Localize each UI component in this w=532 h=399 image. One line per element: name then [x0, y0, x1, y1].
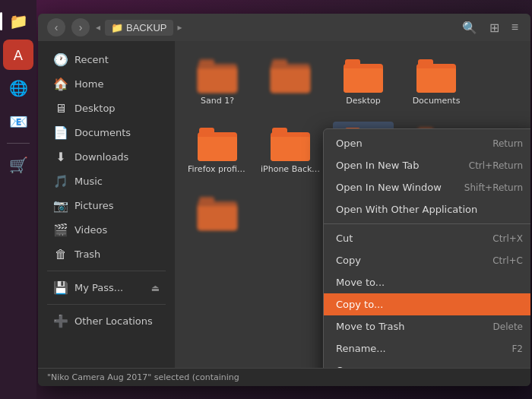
desktop: 📁 A 🌐 📧 🛒 ‹ › ◂ 📁 BACKUP ▸	[0, 0, 532, 399]
sidebar-item-trash[interactable]: 🗑 Trash	[41, 242, 172, 266]
menu-label-copy-to: Copy to...	[336, 299, 383, 310]
mypass-left: 💾 My Pass...	[53, 280, 123, 295]
menu-item-open[interactable]: Open Return	[324, 132, 530, 154]
sidebar-label-mypass: My Pass...	[74, 282, 123, 293]
menu-label-open-other: Open With Other Application	[336, 204, 477, 215]
menu-separator-1	[324, 223, 530, 224]
folder-icon-small: 📁	[111, 22, 123, 33]
menu-label-rename: Rename...	[336, 343, 386, 354]
file-item-blurred8[interactable]	[187, 191, 248, 236]
sidebar-item-recent[interactable]: 🕐 Recent	[41, 48, 172, 71]
taskbar-icon-app1[interactable]: A	[3, 40, 33, 70]
taskbar-icon-app2[interactable]: 🌐	[3, 73, 33, 103]
status-text: "Niko Camera Aug 2017" selected (contain…	[47, 372, 239, 382]
menu-label-open: Open	[336, 138, 363, 149]
file-area: Sand 1?	[175, 41, 530, 368]
file-item-firefox[interactable]: Firefox profile backup o...	[187, 122, 248, 178]
menu-label-move-trash: Move to Trash	[336, 321, 405, 332]
home-icon: 🏠	[53, 77, 68, 91]
trash-icon: 🗑	[53, 247, 68, 261]
taskbar-icon-store[interactable]: 🛒	[3, 150, 33, 180]
file-label-documents: Documents	[413, 96, 461, 106]
file-item-documents[interactable]: Documents	[406, 53, 467, 109]
menu-label-compress: Compress...	[336, 365, 394, 368]
menu-label-copy: Copy	[336, 255, 361, 266]
mypass-icon: 💾	[53, 280, 68, 295]
sidebar-item-mypass[interactable]: 💾 My Pass... ⏏	[41, 276, 172, 299]
sidebar-item-videos[interactable]: 🎬 Videos	[41, 218, 172, 242]
file-label-firefox: Firefox profile backup o...	[188, 164, 247, 175]
recent-icon: 🕐	[53, 52, 68, 67]
sidebar-item-pictures[interactable]: 📷 Pictures	[41, 194, 172, 217]
taskbar-divider	[7, 143, 30, 144]
menu-shortcut-copy: Ctrl+C	[492, 255, 523, 266]
desktop-icon: 🖥	[53, 101, 68, 116]
file-item-iphone[interactable]: iPhone Backups	[260, 122, 321, 178]
sidebar-divider-2	[47, 304, 166, 305]
menu-button[interactable]: ≡	[508, 19, 521, 36]
folder-icon-blurred2	[269, 56, 312, 93]
status-bar: "Niko Camera Aug 2017" selected (contain…	[38, 368, 530, 386]
music-icon: 🎵	[53, 174, 68, 188]
sidebar-label-videos: Videos	[74, 224, 107, 236]
menu-label-open-window: Open In New Window	[336, 182, 442, 193]
menu-shortcut-open: Return	[492, 138, 523, 149]
menu-label-move-to: Move to...	[336, 277, 385, 288]
taskbar-icon-app3[interactable]: 📧	[3, 106, 33, 137]
sidebar-item-desktop[interactable]: 🖥 Desktop	[41, 97, 172, 120]
sidebar-item-downloads[interactable]: ⬇ Downloads	[41, 145, 172, 169]
sidebar-item-other[interactable]: ➕ Other Locations	[41, 309, 172, 333]
breadcrumb-label: BACKUP	[126, 22, 166, 33]
view-toggle-button[interactable]: ⊞	[486, 19, 502, 36]
menu-shortcut-move-trash: Delete	[493, 321, 523, 332]
folder-icon-documents	[415, 56, 458, 93]
sidebar-label-pictures: Pictures	[74, 200, 113, 211]
breadcrumb-area: ◂ 📁 BACKUP ▸	[96, 20, 453, 36]
menu-item-rename[interactable]: Rename... F2	[324, 337, 530, 359]
taskbar: 📁 A 🌐 📧 🛒	[0, 0, 36, 399]
menu-item-open-other[interactable]: Open With Other Application	[324, 198, 530, 220]
eject-button[interactable]: ⏏	[151, 283, 160, 293]
sidebar-label-home: Home	[74, 78, 103, 90]
menu-item-cut[interactable]: Cut Ctrl+X	[324, 227, 530, 249]
context-menu: Open Return Open In New Tab Ctrl+Return …	[323, 128, 530, 368]
sidebar-label-downloads: Downloads	[74, 151, 128, 163]
sidebar-divider-1	[47, 271, 166, 271]
menu-shortcut-open-tab: Ctrl+Return	[469, 160, 523, 171]
sidebar-item-documents[interactable]: 📄 Documents	[41, 121, 172, 144]
downloads-icon: ⬇	[53, 150, 68, 164]
content-area: 🕐 Recent 🏠 Home 🖥 Desktop 📄 Documents ⬇	[38, 41, 530, 368]
file-item-desktop[interactable]: Desktop	[333, 53, 394, 109]
menu-label-open-tab: Open In New Tab	[336, 160, 420, 171]
documents-icon: 📄	[53, 125, 68, 140]
breadcrumb-backup[interactable]: 📁 BACKUP	[105, 20, 173, 36]
file-item-sand[interactable]: Sand 1?	[187, 53, 248, 109]
pictures-icon: 📷	[53, 198, 68, 213]
menu-item-copy-to[interactable]: Copy to...	[324, 293, 530, 315]
menu-shortcut-rename: F2	[511, 344, 523, 354]
menu-item-compress[interactable]: Compress...	[324, 359, 530, 368]
title-bar: ‹ › ◂ 📁 BACKUP ▸ 🔍 ⊞ ≡	[38, 14, 530, 41]
file-label-desktop: Desktop	[346, 96, 380, 106]
menu-item-open-window[interactable]: Open In New Window Shift+Return	[324, 176, 530, 198]
back-button[interactable]: ‹	[47, 18, 65, 36]
taskbar-icon-files[interactable]: 📁	[3, 6, 33, 36]
sidebar-item-home[interactable]: 🏠 Home	[41, 72, 172, 96]
title-bar-actions: 🔍 ⊞ ≡	[459, 19, 521, 36]
file-item-blurred2[interactable]	[260, 53, 321, 109]
other-icon: ➕	[53, 314, 68, 328]
folder-icon-sand	[196, 56, 239, 93]
sidebar-label-other: Other Locations	[74, 315, 153, 327]
sidebar-item-music[interactable]: 🎵 Music	[41, 169, 172, 193]
file-label-sand: Sand 1?	[201, 96, 234, 106]
videos-icon: 🎬	[53, 223, 68, 237]
file-manager-window: ‹ › ◂ 📁 BACKUP ▸ 🔍 ⊞ ≡ 🕐	[38, 14, 530, 386]
menu-item-open-tab[interactable]: Open In New Tab Ctrl+Return	[324, 154, 530, 176]
menu-shortcut-cut: Ctrl+X	[492, 233, 523, 244]
forward-button[interactable]: ›	[71, 18, 90, 36]
menu-item-copy[interactable]: Copy Ctrl+C	[324, 249, 530, 271]
menu-item-move-to[interactable]: Move to...	[324, 271, 530, 293]
search-button[interactable]: 🔍	[459, 19, 480, 36]
menu-item-move-trash[interactable]: Move to Trash Delete	[324, 315, 530, 337]
folder-icon-firefox	[196, 125, 239, 161]
